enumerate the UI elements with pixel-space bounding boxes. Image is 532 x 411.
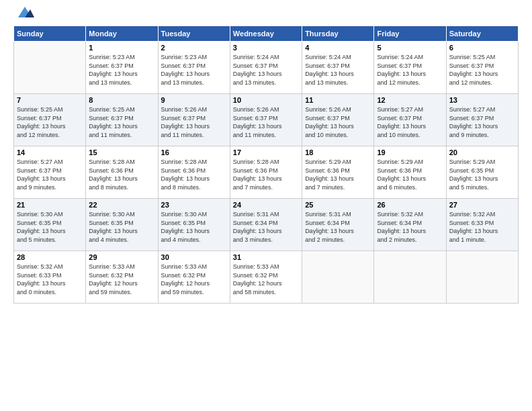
day-detail: Sunrise: 5:24 AM Sunset: 6:37 PM Dayligh… (233, 53, 299, 87)
calendar-cell: 31Sunrise: 5:33 AM Sunset: 6:32 PM Dayli… (230, 251, 302, 304)
calendar-cell: 6Sunrise: 5:25 AM Sunset: 6:37 PM Daylig… (446, 42, 518, 94)
calendar-cell: 26Sunrise: 5:32 AM Sunset: 6:34 PM Dayli… (374, 199, 446, 251)
calendar-cell: 7Sunrise: 5:25 AM Sunset: 6:37 PM Daylig… (14, 94, 86, 146)
day-number: 16 (161, 148, 227, 156)
page: SundayMondayTuesdayWednesdayThursdayFrid… (0, 0, 532, 411)
calendar-week-row: 21Sunrise: 5:30 AM Sunset: 6:35 PM Dayli… (14, 199, 519, 251)
calendar-cell: 12Sunrise: 5:27 AM Sunset: 6:37 PM Dayli… (374, 94, 446, 146)
day-header-saturday: Saturday (446, 26, 518, 42)
day-number: 3 (233, 44, 299, 52)
day-number: 15 (89, 148, 154, 156)
calendar-cell: 20Sunrise: 5:29 AM Sunset: 6:35 PM Dayli… (446, 146, 518, 199)
day-detail: Sunrise: 5:33 AM Sunset: 6:32 PM Dayligh… (161, 263, 227, 296)
day-number: 12 (377, 96, 443, 104)
day-detail: Sunrise: 5:28 AM Sunset: 6:36 PM Dayligh… (89, 158, 154, 191)
calendar-week-row: 14Sunrise: 5:27 AM Sunset: 6:37 PM Dayli… (14, 146, 519, 199)
calendar-cell: 21Sunrise: 5:30 AM Sunset: 6:35 PM Dayli… (14, 199, 86, 251)
day-detail: Sunrise: 5:27 AM Sunset: 6:37 PM Dayligh… (17, 158, 83, 191)
calendar-cell (374, 251, 446, 304)
calendar-week-row: 28Sunrise: 5:32 AM Sunset: 6:33 PM Dayli… (14, 251, 519, 304)
day-number: 20 (449, 148, 515, 156)
calendar-cell: 10Sunrise: 5:26 AM Sunset: 6:37 PM Dayli… (230, 94, 302, 146)
day-number: 11 (305, 96, 371, 104)
calendar-cell: 4Sunrise: 5:24 AM Sunset: 6:37 PM Daylig… (302, 42, 374, 94)
calendar-cell: 28Sunrise: 5:32 AM Sunset: 6:33 PM Dayli… (14, 251, 86, 304)
day-detail: Sunrise: 5:28 AM Sunset: 6:36 PM Dayligh… (161, 158, 227, 191)
calendar-cell: 14Sunrise: 5:27 AM Sunset: 6:37 PM Dayli… (14, 146, 86, 199)
day-detail: Sunrise: 5:29 AM Sunset: 6:36 PM Dayligh… (377, 158, 443, 191)
day-detail: Sunrise: 5:30 AM Sunset: 6:35 PM Dayligh… (89, 210, 154, 244)
day-number: 18 (305, 148, 371, 156)
day-detail: Sunrise: 5:31 AM Sunset: 6:34 PM Dayligh… (305, 210, 371, 244)
calendar-cell: 30Sunrise: 5:33 AM Sunset: 6:32 PM Dayli… (158, 251, 230, 304)
day-number: 19 (377, 148, 443, 156)
day-detail: Sunrise: 5:27 AM Sunset: 6:37 PM Dayligh… (377, 105, 443, 139)
day-number: 17 (233, 148, 299, 156)
calendar-cell: 3Sunrise: 5:24 AM Sunset: 6:37 PM Daylig… (230, 42, 302, 94)
day-header-wednesday: Wednesday (230, 26, 302, 42)
day-detail: Sunrise: 5:27 AM Sunset: 6:37 PM Dayligh… (449, 105, 515, 139)
day-number: 4 (305, 44, 371, 52)
calendar-cell: 29Sunrise: 5:33 AM Sunset: 6:32 PM Dayli… (86, 251, 158, 304)
day-detail: Sunrise: 5:28 AM Sunset: 6:36 PM Dayligh… (233, 158, 299, 191)
day-header-thursday: Thursday (302, 26, 374, 42)
calendar-cell: 24Sunrise: 5:31 AM Sunset: 6:34 PM Dayli… (230, 199, 302, 251)
calendar-cell: 9Sunrise: 5:26 AM Sunset: 6:37 PM Daylig… (158, 94, 230, 146)
day-number: 7 (17, 96, 83, 104)
day-header-sunday: Sunday (14, 26, 86, 42)
day-number: 30 (161, 253, 227, 261)
day-detail: Sunrise: 5:23 AM Sunset: 6:37 PM Dayligh… (161, 53, 227, 87)
day-detail: Sunrise: 5:29 AM Sunset: 6:35 PM Dayligh… (449, 158, 515, 191)
day-number: 10 (233, 96, 299, 104)
day-detail: Sunrise: 5:33 AM Sunset: 6:32 PM Dayligh… (233, 263, 299, 296)
day-detail: Sunrise: 5:23 AM Sunset: 6:37 PM Dayligh… (89, 53, 154, 87)
calendar-cell: 5Sunrise: 5:24 AM Sunset: 6:37 PM Daylig… (374, 42, 446, 94)
day-header-monday: Monday (86, 26, 158, 42)
calendar-cell: 8Sunrise: 5:25 AM Sunset: 6:37 PM Daylig… (86, 94, 158, 146)
calendar-week-row: 1Sunrise: 5:23 AM Sunset: 6:37 PM Daylig… (14, 42, 519, 94)
calendar-cell (14, 42, 86, 94)
logo (13, 11, 34, 20)
day-number: 1 (89, 44, 154, 52)
calendar-cell: 19Sunrise: 5:29 AM Sunset: 6:36 PM Dayli… (374, 146, 446, 199)
calendar-cell: 2Sunrise: 5:23 AM Sunset: 6:37 PM Daylig… (158, 42, 230, 94)
day-detail: Sunrise: 5:30 AM Sunset: 6:35 PM Dayligh… (161, 210, 227, 244)
calendar-header-row: SundayMondayTuesdayWednesdayThursdayFrid… (14, 26, 519, 42)
day-detail: Sunrise: 5:31 AM Sunset: 6:34 PM Dayligh… (233, 210, 299, 244)
calendar-cell: 1Sunrise: 5:23 AM Sunset: 6:37 PM Daylig… (86, 42, 158, 94)
calendar-cell: 11Sunrise: 5:26 AM Sunset: 6:37 PM Dayli… (302, 94, 374, 146)
day-detail: Sunrise: 5:32 AM Sunset: 6:33 PM Dayligh… (17, 263, 83, 296)
day-detail: Sunrise: 5:24 AM Sunset: 6:37 PM Dayligh… (305, 53, 371, 87)
day-header-tuesday: Tuesday (158, 26, 230, 42)
day-number: 22 (89, 201, 154, 209)
day-number: 29 (89, 253, 154, 261)
day-number: 28 (17, 253, 83, 261)
day-detail: Sunrise: 5:25 AM Sunset: 6:37 PM Dayligh… (449, 53, 515, 87)
day-number: 31 (233, 253, 299, 261)
day-detail: Sunrise: 5:29 AM Sunset: 6:36 PM Dayligh… (305, 158, 371, 191)
day-detail: Sunrise: 5:25 AM Sunset: 6:37 PM Dayligh… (17, 105, 83, 139)
calendar-cell: 16Sunrise: 5:28 AM Sunset: 6:36 PM Dayli… (158, 146, 230, 199)
header (13, 11, 519, 20)
day-number: 24 (233, 201, 299, 209)
logo-icon (15, 5, 34, 20)
calendar-cell: 27Sunrise: 5:32 AM Sunset: 6:33 PM Dayli… (446, 199, 518, 251)
calendar-cell (302, 251, 374, 304)
calendar-cell: 22Sunrise: 5:30 AM Sunset: 6:35 PM Dayli… (86, 199, 158, 251)
day-number: 13 (449, 96, 515, 104)
calendar-cell: 15Sunrise: 5:28 AM Sunset: 6:36 PM Dayli… (86, 146, 158, 199)
calendar-cell: 17Sunrise: 5:28 AM Sunset: 6:36 PM Dayli… (230, 146, 302, 199)
calendar-cell: 18Sunrise: 5:29 AM Sunset: 6:36 PM Dayli… (302, 146, 374, 199)
day-number: 27 (449, 201, 515, 209)
day-number: 2 (161, 44, 227, 52)
day-number: 26 (377, 201, 443, 209)
calendar: SundayMondayTuesdayWednesdayThursdayFrid… (13, 26, 519, 304)
day-detail: Sunrise: 5:30 AM Sunset: 6:35 PM Dayligh… (17, 210, 83, 244)
day-detail: Sunrise: 5:26 AM Sunset: 6:37 PM Dayligh… (305, 105, 371, 139)
day-number: 23 (161, 201, 227, 209)
day-number: 6 (449, 44, 515, 52)
day-number: 8 (89, 96, 154, 104)
day-detail: Sunrise: 5:24 AM Sunset: 6:37 PM Dayligh… (377, 53, 443, 87)
calendar-week-row: 7Sunrise: 5:25 AM Sunset: 6:37 PM Daylig… (14, 94, 519, 146)
day-detail: Sunrise: 5:32 AM Sunset: 6:33 PM Dayligh… (449, 210, 515, 244)
